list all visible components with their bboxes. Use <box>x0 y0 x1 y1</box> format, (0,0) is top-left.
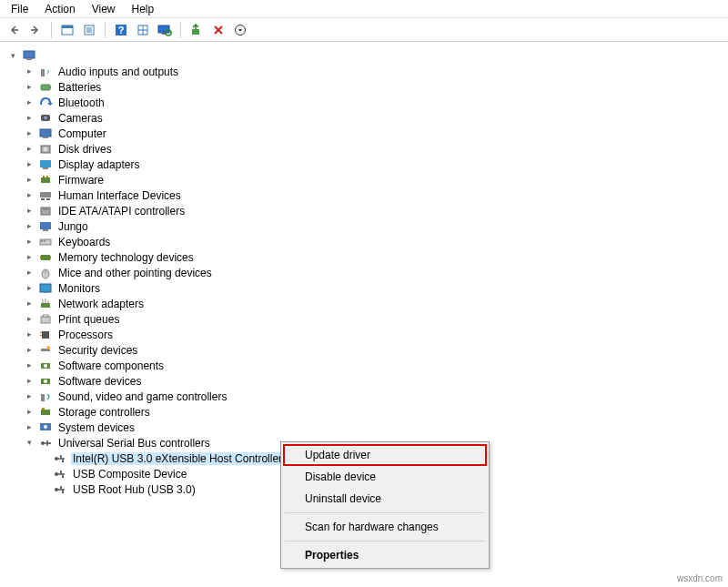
chevron-right-icon[interactable]: ▸ <box>24 408 35 416</box>
tree-category-row[interactable]: ▸Disk drives <box>24 141 728 157</box>
down-circle-icon <box>233 23 248 37</box>
svg-point-58 <box>44 364 47 368</box>
tree-category-row[interactable]: ▸IDE ATA/ATAPI controllers <box>24 203 728 218</box>
ctx-uninstall-device[interactable]: Uninstall device <box>283 488 487 510</box>
chevron-right-icon[interactable]: ▸ <box>24 145 35 153</box>
grid-icon <box>136 23 150 37</box>
tree-category-row[interactable]: ▸Security devices <box>24 342 728 358</box>
tree-category-row[interactable]: ▸System devices <box>24 420 728 435</box>
arrow-left-icon <box>6 23 21 37</box>
chevron-right-icon[interactable]: ▸ <box>24 191 35 199</box>
chevron-right-icon[interactable]: ▸ <box>24 284 35 292</box>
chevron-right-icon[interactable]: ▸ <box>24 423 35 431</box>
disable-button[interactable] <box>230 20 250 40</box>
chevron-right-icon[interactable]: ▸ <box>24 129 35 137</box>
svg-rect-30 <box>43 176 45 177</box>
chevron-right-icon[interactable]: ▸ <box>24 114 35 122</box>
tree-category-row[interactable]: ▸Processors <box>24 327 728 342</box>
tree-category-row[interactable]: ▸Human Interface Devices <box>24 187 728 203</box>
svg-rect-49 <box>41 303 50 308</box>
back-button[interactable] <box>4 20 24 40</box>
menu-file[interactable]: File <box>4 1 35 17</box>
chevron-right-icon[interactable]: ▸ <box>24 377 35 385</box>
update-driver-icon <box>189 23 204 37</box>
tree-category-row[interactable]: ▸Cameras <box>24 110 728 126</box>
tree-category-row[interactable]: ▸Memory technology devices <box>24 249 728 265</box>
chevron-right-icon[interactable]: ▸ <box>24 361 35 369</box>
chevron-right-icon[interactable]: ▸ <box>24 330 35 339</box>
chevron-right-icon[interactable]: ▸ <box>24 207 35 215</box>
svg-rect-39 <box>40 239 51 245</box>
chevron-right-icon[interactable]: ▸ <box>24 299 35 308</box>
chevron-right-icon[interactable]: ▸ <box>24 83 35 91</box>
svg-rect-35 <box>41 207 50 215</box>
tree-category-row[interactable]: ▸Firmware <box>24 172 728 187</box>
tree-category-row[interactable]: ▸Monitors <box>24 280 728 296</box>
category-icon <box>38 111 53 126</box>
tree-category-row[interactable]: ▸Print queues <box>24 311 728 327</box>
svg-point-70 <box>55 457 58 460</box>
show-hide-button[interactable] <box>57 20 77 40</box>
help-button[interactable]: ? <box>111 20 131 40</box>
chevron-right-icon[interactable]: ▸ <box>24 253 35 261</box>
x-icon <box>211 23 226 37</box>
svg-rect-75 <box>62 460 64 462</box>
tree-category-label: Print queues <box>56 313 121 326</box>
svg-rect-52 <box>42 331 49 339</box>
ctx-properties[interactable]: Properties <box>283 544 487 566</box>
tree-category-row[interactable]: ▸Jungo <box>24 218 728 234</box>
expander-icon[interactable]: ▾ <box>7 52 18 60</box>
svg-rect-23 <box>40 129 51 137</box>
svg-point-65 <box>44 425 47 429</box>
tree-category-row[interactable]: ▸Sound, video and game controllers <box>24 389 728 404</box>
tree-root-row[interactable]: ▾ <box>7 47 728 64</box>
tree-category-row[interactable]: ▸Batteries <box>24 79 728 95</box>
uninstall-button[interactable] <box>208 20 228 40</box>
action-button[interactable] <box>133 20 153 40</box>
tree-category-label: Display adapters <box>56 158 141 171</box>
svg-rect-29 <box>41 177 50 183</box>
category-icon <box>38 188 53 203</box>
tree-category-row[interactable]: ▸Software devices <box>24 373 728 389</box>
tree-category-row[interactable]: ▸Display adapters <box>24 157 728 172</box>
chevron-right-icon[interactable]: ▸ <box>24 346 35 354</box>
svg-text:?: ? <box>118 25 125 35</box>
chevron-right-icon[interactable]: ▸ <box>24 268 35 277</box>
svg-rect-34 <box>46 198 50 200</box>
tree-category-row[interactable]: ▸Audio inputs and outputs <box>24 64 728 79</box>
forward-button[interactable] <box>25 20 46 40</box>
category-icon <box>38 173 53 187</box>
tree-category-label: Software devices <box>56 375 143 388</box>
panel-icon <box>60 23 75 37</box>
chevron-right-icon[interactable]: ▸ <box>24 67 35 76</box>
chevron-right-icon[interactable]: ▸ <box>24 315 35 323</box>
chevron-right-icon[interactable]: ▸ <box>24 238 35 246</box>
tree-category-row[interactable]: ▸Storage controllers <box>24 404 728 420</box>
category-icon <box>38 343 53 358</box>
ctx-update-driver[interactable]: Update driver <box>283 444 487 466</box>
tree-category-label: Jungo <box>56 220 90 233</box>
scan-button[interactable] <box>155 20 175 40</box>
ctx-scan-hardware[interactable]: Scan for hardware changes <box>283 516 487 538</box>
chevron-right-icon[interactable]: ▸ <box>24 98 35 106</box>
tree-category-row[interactable]: ▸Software components <box>24 358 728 373</box>
chevron-right-icon[interactable]: ▸ <box>24 222 35 230</box>
tree-category-row[interactable]: ▸Keyboards <box>24 234 728 249</box>
svg-rect-61 <box>41 394 45 401</box>
tree-category-row[interactable]: ▸Bluetooth <box>24 95 728 110</box>
tree-category-row[interactable]: ▸Mice and other pointing devices <box>24 265 728 280</box>
tree-category-label: IDE ATA/ATAPI controllers <box>56 205 187 218</box>
update-driver-button[interactable] <box>187 20 207 40</box>
tree-category-row[interactable]: ▸Network adapters <box>24 296 728 311</box>
chevron-right-icon[interactable]: ▸ <box>24 392 35 400</box>
tree-category-row[interactable]: ▸Computer <box>24 126 728 141</box>
chevron-down-icon[interactable]: ▾ <box>24 439 35 447</box>
properties-button[interactable] <box>79 20 99 40</box>
ctx-disable-device[interactable]: Disable device <box>283 466 487 488</box>
menu-view[interactable]: View <box>85 1 123 17</box>
chevron-right-icon[interactable]: ▸ <box>24 176 35 184</box>
menu-action[interactable]: Action <box>37 1 82 17</box>
menu-help[interactable]: Help <box>125 1 162 17</box>
svg-rect-62 <box>41 410 50 415</box>
chevron-right-icon[interactable]: ▸ <box>24 160 35 168</box>
